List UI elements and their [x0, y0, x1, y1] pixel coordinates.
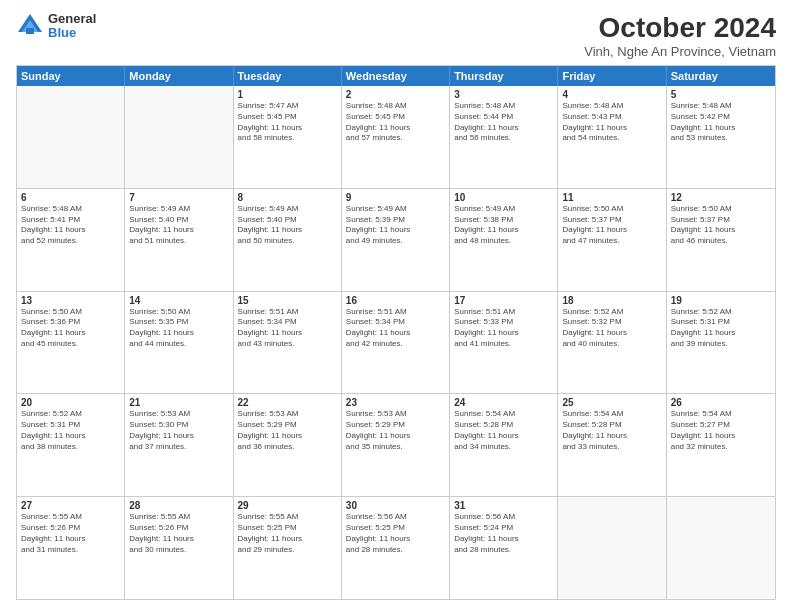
cell-info-line: Daylight: 11 hours	[346, 123, 445, 134]
cell-info-line: Sunset: 5:37 PM	[562, 215, 661, 226]
cell-info-line: Daylight: 11 hours	[454, 431, 553, 442]
header-day-monday: Monday	[125, 66, 233, 86]
cell-info-line: and 42 minutes.	[346, 339, 445, 350]
cell-info-line: Daylight: 11 hours	[238, 534, 337, 545]
cell-info-line: Sunset: 5:38 PM	[454, 215, 553, 226]
cell-info-line: Sunrise: 5:48 AM	[562, 101, 661, 112]
logo-blue: Blue	[48, 26, 96, 40]
cell-info-line: and 35 minutes.	[346, 442, 445, 453]
cell-info-line: Sunset: 5:26 PM	[21, 523, 120, 534]
cell-info-line: Sunset: 5:33 PM	[454, 317, 553, 328]
calendar-cell: 4Sunrise: 5:48 AMSunset: 5:43 PMDaylight…	[558, 86, 666, 188]
day-number: 14	[129, 295, 228, 306]
cell-info-line: and 34 minutes.	[454, 442, 553, 453]
cell-info-line: Sunset: 5:30 PM	[129, 420, 228, 431]
cell-info-line: Sunset: 5:25 PM	[238, 523, 337, 534]
day-number: 6	[21, 192, 120, 203]
cell-info-line: and 28 minutes.	[346, 545, 445, 556]
svg-rect-2	[26, 28, 34, 34]
cell-info-line: Sunrise: 5:50 AM	[671, 204, 771, 215]
day-number: 26	[671, 397, 771, 408]
calendar-week-0: 1Sunrise: 5:47 AMSunset: 5:45 PMDaylight…	[17, 86, 775, 188]
cell-info-line: Sunset: 5:31 PM	[21, 420, 120, 431]
calendar-cell: 3Sunrise: 5:48 AMSunset: 5:44 PMDaylight…	[450, 86, 558, 188]
day-number: 3	[454, 89, 553, 100]
calendar-week-3: 20Sunrise: 5:52 AMSunset: 5:31 PMDayligh…	[17, 393, 775, 496]
calendar-cell: 26Sunrise: 5:54 AMSunset: 5:27 PMDayligh…	[667, 394, 775, 496]
cell-info-line: Sunset: 5:29 PM	[238, 420, 337, 431]
logo-general: General	[48, 12, 96, 26]
calendar-cell: 22Sunrise: 5:53 AMSunset: 5:29 PMDayligh…	[234, 394, 342, 496]
cell-info-line: and 29 minutes.	[238, 545, 337, 556]
day-number: 21	[129, 397, 228, 408]
day-number: 23	[346, 397, 445, 408]
calendar-cell: 25Sunrise: 5:54 AMSunset: 5:28 PMDayligh…	[558, 394, 666, 496]
cell-info-line: Daylight: 11 hours	[238, 431, 337, 442]
calendar-cell: 15Sunrise: 5:51 AMSunset: 5:34 PMDayligh…	[234, 292, 342, 394]
cell-info-line: Sunrise: 5:48 AM	[21, 204, 120, 215]
calendar-cell: 28Sunrise: 5:55 AMSunset: 5:26 PMDayligh…	[125, 497, 233, 599]
calendar-cell: 20Sunrise: 5:52 AMSunset: 5:31 PMDayligh…	[17, 394, 125, 496]
cell-info-line: Daylight: 11 hours	[346, 534, 445, 545]
cell-info-line: Sunset: 5:27 PM	[671, 420, 771, 431]
cell-info-line: and 43 minutes.	[238, 339, 337, 350]
calendar-body: 1Sunrise: 5:47 AMSunset: 5:45 PMDaylight…	[17, 86, 775, 599]
calendar-week-1: 6Sunrise: 5:48 AMSunset: 5:41 PMDaylight…	[17, 188, 775, 291]
header-day-wednesday: Wednesday	[342, 66, 450, 86]
cell-info-line: Sunset: 5:34 PM	[346, 317, 445, 328]
cell-info-line: and 39 minutes.	[671, 339, 771, 350]
logo-text: General Blue	[48, 12, 96, 41]
cell-info-line: Sunrise: 5:55 AM	[21, 512, 120, 523]
cell-info-line: Sunset: 5:34 PM	[238, 317, 337, 328]
day-number: 24	[454, 397, 553, 408]
cell-info-line: Daylight: 11 hours	[454, 534, 553, 545]
cell-info-line: Sunset: 5:24 PM	[454, 523, 553, 534]
cell-info-line: and 51 minutes.	[129, 236, 228, 247]
cell-info-line: Sunrise: 5:49 AM	[129, 204, 228, 215]
cell-info-line: Sunset: 5:32 PM	[562, 317, 661, 328]
cell-info-line: Sunrise: 5:54 AM	[454, 409, 553, 420]
cell-info-line: Daylight: 11 hours	[238, 123, 337, 134]
calendar-cell: 16Sunrise: 5:51 AMSunset: 5:34 PMDayligh…	[342, 292, 450, 394]
cell-info-line: and 45 minutes.	[21, 339, 120, 350]
calendar-cell: 30Sunrise: 5:56 AMSunset: 5:25 PMDayligh…	[342, 497, 450, 599]
calendar-cell: 10Sunrise: 5:49 AMSunset: 5:38 PMDayligh…	[450, 189, 558, 291]
cell-info-line: Sunset: 5:41 PM	[21, 215, 120, 226]
cell-info-line: and 49 minutes.	[346, 236, 445, 247]
cell-info-line: and 31 minutes.	[21, 545, 120, 556]
cell-info-line: Daylight: 11 hours	[562, 328, 661, 339]
calendar-cell: 23Sunrise: 5:53 AMSunset: 5:29 PMDayligh…	[342, 394, 450, 496]
cell-info-line: and 48 minutes.	[454, 236, 553, 247]
calendar-cell: 8Sunrise: 5:49 AMSunset: 5:40 PMDaylight…	[234, 189, 342, 291]
cell-info-line: Sunrise: 5:48 AM	[346, 101, 445, 112]
cell-info-line: Sunrise: 5:48 AM	[454, 101, 553, 112]
cell-info-line: Daylight: 11 hours	[454, 123, 553, 134]
cell-info-line: Sunset: 5:28 PM	[562, 420, 661, 431]
cell-info-line: Daylight: 11 hours	[454, 328, 553, 339]
cell-info-line: and 53 minutes.	[671, 133, 771, 144]
cell-info-line: Sunrise: 5:49 AM	[346, 204, 445, 215]
cell-info-line: Sunrise: 5:51 AM	[454, 307, 553, 318]
cell-info-line: and 47 minutes.	[562, 236, 661, 247]
day-number: 12	[671, 192, 771, 203]
day-number: 19	[671, 295, 771, 306]
cell-info-line: Daylight: 11 hours	[671, 123, 771, 134]
cell-info-line: and 56 minutes.	[454, 133, 553, 144]
cell-info-line: Sunset: 5:45 PM	[346, 112, 445, 123]
cell-info-line: and 36 minutes.	[238, 442, 337, 453]
cell-info-line: Daylight: 11 hours	[129, 328, 228, 339]
day-number: 10	[454, 192, 553, 203]
day-number: 17	[454, 295, 553, 306]
day-number: 8	[238, 192, 337, 203]
calendar-week-2: 13Sunrise: 5:50 AMSunset: 5:36 PMDayligh…	[17, 291, 775, 394]
cell-info-line: Sunrise: 5:53 AM	[346, 409, 445, 420]
cell-info-line: and 28 minutes.	[454, 545, 553, 556]
cell-info-line: Daylight: 11 hours	[671, 431, 771, 442]
day-number: 2	[346, 89, 445, 100]
header: General Blue October 2024 Vinh, Nghe An …	[16, 12, 776, 59]
calendar-cell: 1Sunrise: 5:47 AMSunset: 5:45 PMDaylight…	[234, 86, 342, 188]
cell-info-line: Sunrise: 5:53 AM	[238, 409, 337, 420]
cell-info-line: Sunrise: 5:50 AM	[21, 307, 120, 318]
cell-info-line: Daylight: 11 hours	[129, 534, 228, 545]
cell-info-line: and 30 minutes.	[129, 545, 228, 556]
